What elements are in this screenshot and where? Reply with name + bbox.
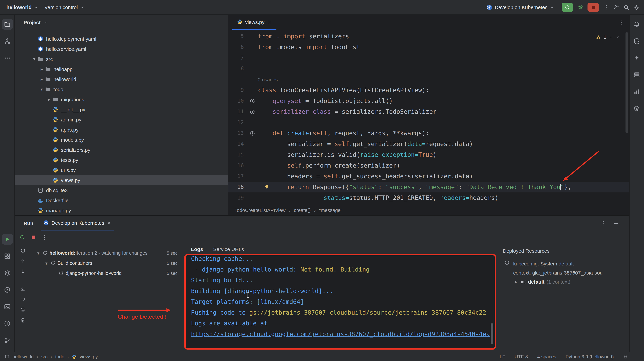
version-control-tool-button[interactable] — [2, 335, 12, 345]
statusbar-path-item[interactable]: src — [41, 354, 48, 359]
soft-wrap-icon[interactable] — [20, 297, 26, 302]
tree-item-hello-deployment-yaml[interactable]: hello.deployment.yaml — [15, 34, 228, 44]
chevron-right-icon[interactable]: ▸ — [38, 77, 45, 82]
console-scrollbar[interactable] — [491, 323, 493, 344]
run-configuration-selector[interactable]: Develop on Kubernetes — [483, 3, 557, 12]
editor-tabs-menu-icon[interactable] — [618, 20, 624, 25]
code-line-18[interactable]: 18 return Response({"status": "success",… — [228, 182, 629, 192]
kubernetes-tool-button[interactable] — [2, 267, 12, 278]
version-control-button[interactable]: Version control — [41, 3, 88, 12]
prev-occurrence-icon[interactable] — [20, 258, 26, 264]
tree-item-helloworld[interactable]: ▸helloworld — [15, 74, 228, 84]
statusbar-path-item[interactable]: views.py — [80, 354, 98, 359]
code-line-19[interactable]: 19 status=status.HTTP_201_CREATED, heade… — [228, 192, 629, 203]
tree-item-urls-py[interactable]: urls.py — [15, 165, 228, 175]
scroll-to-end-icon[interactable] — [20, 286, 26, 292]
statusbar-widget[interactable]: UTF-8 — [514, 354, 528, 359]
print-icon[interactable] — [20, 307, 26, 312]
code-line-7[interactable]: 7 — [228, 53, 629, 63]
tree-item-helloapp[interactable]: ▸helloapp — [15, 64, 228, 74]
tree-item-hello-service-yaml[interactable]: hello.service.yaml — [15, 44, 228, 54]
run-anything-tool-button[interactable] — [2, 284, 12, 295]
code-with-me-button[interactable] — [614, 4, 619, 10]
tree-item-migrations[interactable]: ▸migrations — [15, 94, 228, 104]
tree-item-manage-py[interactable]: manage.py — [15, 205, 228, 215]
editor-tab-views-py[interactable]: views.py — [232, 15, 276, 30]
run-tab-develop-on-kubernetes[interactable]: Develop on Kubernetes — [41, 216, 114, 230]
breadcrumb-method[interactable]: create() — [294, 208, 311, 213]
code-line-12[interactable]: 12 — [228, 117, 629, 128]
code-line-10[interactable]: 10 queryset = TodoList.objects.all() — [228, 96, 629, 106]
refresh-icon[interactable] — [20, 248, 26, 253]
chevron-down-icon[interactable]: ▾ — [31, 56, 38, 61]
debug-button[interactable] — [578, 4, 583, 10]
dependencies-tool-button[interactable] — [632, 103, 642, 114]
problems-tool-button[interactable] — [2, 318, 12, 329]
editor-scrollbar[interactable] — [626, 32, 628, 133]
search-everywhere-button[interactable] — [624, 4, 629, 10]
next-occurrence-icon[interactable] — [20, 269, 26, 274]
code-line-5[interactable]: 5from . import serializers — [228, 31, 629, 42]
terminal-tool-button[interactable] — [2, 301, 12, 312]
editor-code[interactable]: 5from . import serializers6from .models … — [228, 30, 629, 205]
tree-item-dockerfile[interactable]: Dockerfile — [15, 195, 228, 205]
notifications-button[interactable] — [632, 19, 642, 30]
clear-all-icon[interactable] — [20, 318, 26, 323]
tree-item-src[interactable]: ▾src — [15, 54, 228, 64]
code-line-17[interactable]: 17 headers = self.get_success_headers(se… — [228, 171, 629, 182]
statusbar-widget[interactable]: Python 3.9 (helloworld) — [566, 354, 614, 359]
run-options-menu-icon[interactable] — [600, 220, 606, 226]
code-line-6[interactable]: 6from .models import TodoList — [228, 42, 629, 53]
settings-button[interactable] — [634, 4, 639, 10]
project-menu-button[interactable]: helloworld — [3, 3, 41, 12]
project-panel-header[interactable]: Project — [15, 15, 228, 30]
run-tree-item[interactable]: django-python-hello-world5 sec — [31, 268, 183, 278]
run-tree-item[interactable]: ▾helloworld: Iteration 2 - watching for … — [31, 248, 183, 258]
tree-item-serializers-py[interactable]: serializers.py — [15, 145, 228, 155]
console-link[interactable]: https://storage.cloud.google.com/jetbrai… — [191, 330, 490, 337]
namespace-row[interactable]: ▸ default (1 context) — [513, 277, 603, 286]
tree-item-apps-py[interactable]: apps.py — [15, 125, 228, 135]
refresh-icon[interactable] — [504, 260, 510, 286]
services-tool-button[interactable] — [2, 251, 12, 261]
statusbar-path-item[interactable]: todo — [55, 354, 64, 359]
tree-item-admin-py[interactable]: admin.py — [15, 114, 228, 125]
profiler-tool-button[interactable] — [632, 86, 642, 97]
breadcrumb-class[interactable]: TodoCreateListAPIView — [234, 208, 286, 213]
ai-assistant-button[interactable] — [632, 53, 642, 63]
lightbulb-icon[interactable] — [264, 184, 269, 190]
chevron-right-icon[interactable]: ▸ — [46, 97, 52, 102]
tree-item-models-py[interactable]: models.py — [15, 135, 228, 145]
close-tab-icon[interactable] — [107, 221, 111, 225]
console-output[interactable]: Checking cache... - django-python-hello-… — [186, 254, 495, 339]
code-line-13[interactable]: 13 def create(self, request, *args, **kw… — [228, 128, 629, 139]
code-line-8[interactable]: 8 — [228, 63, 629, 74]
usages-inlay-row[interactable]: 2 usages — [228, 74, 629, 85]
database-tool-button[interactable] — [632, 36, 642, 47]
chevron-down-icon[interactable]: ▾ — [35, 250, 42, 255]
code-line-11[interactable]: 11 serializer_class = serializers.TodoSe… — [228, 106, 629, 117]
stop-button[interactable] — [588, 3, 599, 12]
tab-logs[interactable]: Logs — [191, 246, 203, 252]
structure-tool-button[interactable] — [2, 36, 12, 47]
code-line-16[interactable]: 16 self.perform_create(serializer) — [228, 160, 629, 171]
run-tree-item[interactable]: ▾Build containers5 sec — [31, 258, 183, 268]
chevron-down-icon[interactable] — [616, 35, 620, 39]
tree-item-db-sqlite3[interactable]: db.sqlite3 — [15, 185, 228, 195]
code-line-15[interactable]: 15 serializer.is_valid(raise_exception=T… — [228, 149, 629, 160]
more-options-icon[interactable] — [42, 234, 48, 240]
tree-item-views-py[interactable]: views.py — [15, 175, 228, 185]
tree-item-todo[interactable]: ▾todo — [15, 84, 228, 94]
chevron-down-icon[interactable]: ▾ — [43, 261, 50, 266]
breadcrumb-element[interactable]: "message" — [319, 208, 342, 213]
chevron-down-icon[interactable]: ▾ — [38, 87, 45, 92]
stop-icon[interactable] — [30, 234, 36, 240]
endpoints-tool-button[interactable] — [632, 69, 642, 80]
code-line-14[interactable]: 14 serializer = self.get_serializer(data… — [228, 139, 629, 149]
tree-item-tests-py[interactable]: tests.py — [15, 155, 228, 165]
close-tab-icon[interactable] — [267, 20, 272, 24]
tree-item--init-py[interactable]: __init__.py — [15, 104, 228, 114]
project-tool-button[interactable] — [2, 19, 12, 30]
rerun-icon[interactable] — [20, 234, 25, 240]
code-line-9[interactable]: 9class TodoCreateListAPIView(ListCreateA… — [228, 85, 629, 96]
